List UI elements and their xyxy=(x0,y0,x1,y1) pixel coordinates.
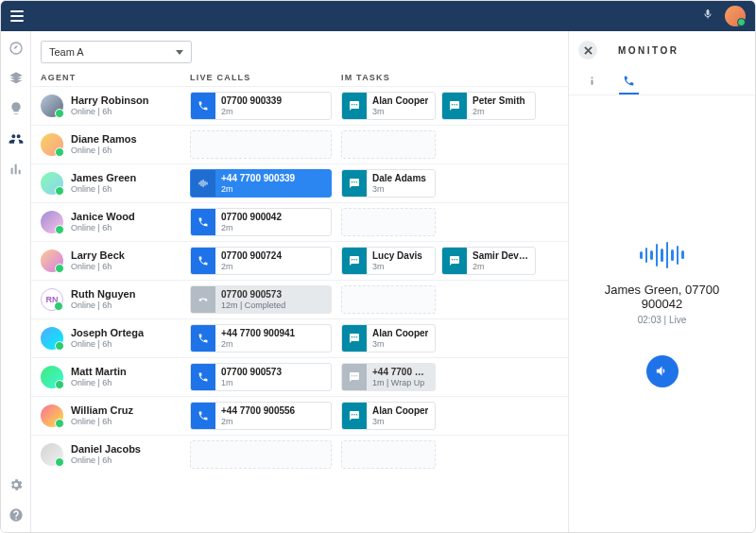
live-call-card[interactable]: 07700 9000422m xyxy=(190,208,332,236)
agent-cell[interactable]: RN Ruth Nguyen Online | 6h xyxy=(41,288,190,312)
im-duration: 3m xyxy=(372,339,428,349)
im-task-card[interactable]: Peter Smith2m xyxy=(441,92,536,120)
empty-im-slot xyxy=(341,208,436,236)
chat-icon xyxy=(342,403,367,429)
im-task-card[interactable]: Alan Cooper3m xyxy=(341,92,436,120)
header-agent: AGENT xyxy=(41,73,190,82)
agent-avatar xyxy=(41,443,63,466)
chat-icon xyxy=(342,93,367,119)
svg-rect-6 xyxy=(591,79,593,84)
empty-im-slot xyxy=(341,285,436,314)
monitor-status: 02:03 | Live xyxy=(638,315,687,325)
agent-cell[interactable]: Diane Ramos Online | 6h xyxy=(41,133,190,157)
agent-status: Online | 6h xyxy=(71,301,135,311)
svg-point-5 xyxy=(591,77,593,78)
agent-status: Online | 6h xyxy=(71,184,136,195)
agent-avatar xyxy=(41,133,63,156)
main: Team A AGENT LIVE CALLS IM TASKS Harry R… xyxy=(31,31,568,532)
people-icon[interactable] xyxy=(9,131,24,146)
agent-status: Online | 6h xyxy=(71,339,144,350)
agent-cell[interactable]: James Green Online | 6h xyxy=(41,172,190,196)
agent-name: Daniel Jacobs xyxy=(71,443,141,456)
empty-im-slot xyxy=(341,440,436,469)
im-task-card[interactable]: Alan Cooper3m xyxy=(341,324,436,352)
agent-cell[interactable]: Janice Wood Online | 6h xyxy=(41,211,190,234)
agent-cell[interactable]: Joseph Ortega Online | 6h xyxy=(41,327,190,351)
help-icon[interactable] xyxy=(9,507,24,523)
menu-icon[interactable] xyxy=(10,10,24,22)
speaker-button[interactable] xyxy=(646,355,679,387)
im-task-card[interactable]: Dale Adams3m xyxy=(341,169,436,198)
live-call-card[interactable]: +44 7700 9005562m xyxy=(190,402,332,430)
agent-cell[interactable]: Daniel Jacobs Online | 6h xyxy=(41,443,190,467)
tab-info[interactable] xyxy=(582,69,602,95)
agent-row: RN Ruth Nguyen Online | 6h 07700 9005731… xyxy=(31,280,568,318)
agent-cell[interactable]: Larry Beck Online | 6h xyxy=(41,249,190,273)
agent-cell[interactable]: Harry Robinson Online | 6h xyxy=(41,95,190,118)
chart-icon[interactable] xyxy=(9,162,24,177)
waveform-icon xyxy=(640,241,684,269)
user-avatar[interactable] xyxy=(725,6,746,26)
tab-call[interactable] xyxy=(619,69,639,95)
panel-title: MONITOR xyxy=(618,45,679,56)
agent-status: Online | 6h xyxy=(71,456,141,466)
chat-icon xyxy=(442,93,467,119)
phone-icon xyxy=(191,170,215,197)
agent-avatar xyxy=(41,95,63,117)
live-call-card[interactable]: 07700 9005731m xyxy=(190,363,332,391)
agent-row: Daniel Jacobs Online | 6h xyxy=(31,435,568,473)
agent-name: William Cruz xyxy=(71,404,133,418)
im-task-card[interactable]: Lucy Davis3m xyxy=(341,247,436,275)
agent-cell[interactable]: Matt Martin Online | 6h xyxy=(41,366,190,389)
header-live: LIVE CALLS xyxy=(190,73,341,82)
phone-icon xyxy=(191,325,215,352)
panel-tabs xyxy=(569,69,755,95)
im-task-card[interactable]: Samir Devchenka2m xyxy=(441,247,536,275)
live-call-card[interactable]: +44 7700 9009412m xyxy=(190,324,332,352)
im-task-card[interactable]: Alan Cooper3m xyxy=(341,402,436,430)
agent-status: Online | 6h xyxy=(71,146,137,156)
agent-avatar: RN xyxy=(41,288,63,311)
call-number: 07700 900573 xyxy=(221,367,282,378)
microphone-icon[interactable] xyxy=(702,8,713,25)
live-call-card[interactable]: 07700 9003392m xyxy=(190,92,332,120)
live-call-card[interactable]: 07700 9007242m xyxy=(190,247,332,275)
im-duration: 3m xyxy=(372,262,422,271)
agent-cell[interactable]: William Cruz Online | 6h xyxy=(41,404,190,428)
im-task-card[interactable]: +44 7700 9007241m | Wrap Up xyxy=(341,363,436,391)
call-number: 07700 900042 xyxy=(221,212,282,223)
call-number: +44 7700 900941 xyxy=(221,328,295,339)
empty-live-slot xyxy=(190,130,332,159)
agent-name: Ruth Nguyen xyxy=(71,288,135,301)
agent-name: Larry Beck xyxy=(71,249,125,263)
live-call-card[interactable]: +44 7700 9003392m xyxy=(190,169,332,198)
agent-name: James Green xyxy=(71,172,136,185)
agent-row: Larry Beck Online | 6h 07700 9007242m Lu… xyxy=(31,241,568,280)
call-duration: 12m | Completed xyxy=(221,301,285,310)
call-number: 07700 900724 xyxy=(221,250,282,262)
agent-status: Online | 6h xyxy=(71,223,135,233)
svg-rect-3 xyxy=(205,181,206,186)
compass-icon[interactable] xyxy=(9,41,24,56)
chat-icon xyxy=(342,170,367,197)
bulb-icon[interactable] xyxy=(9,101,24,116)
agent-row: William Cruz Online | 6h +44 7700 900556… xyxy=(31,396,568,435)
close-icon[interactable] xyxy=(578,41,597,60)
agent-name: Joseph Ortega xyxy=(71,327,144,340)
agent-status: Online | 6h xyxy=(71,262,125,272)
im-contact: Alan Cooper xyxy=(372,405,428,417)
im-contact: Samir Devchenka xyxy=(472,250,529,262)
gear-icon[interactable] xyxy=(9,477,24,492)
im-duration: 2m xyxy=(472,262,529,271)
im-contact: Dale Adams xyxy=(372,173,426,184)
agent-status: Online | 6h xyxy=(71,417,133,427)
im-duration: 1m | Wrap Up xyxy=(372,378,429,387)
call-duration: 1m xyxy=(221,378,282,387)
header-im: IM TASKS xyxy=(341,73,558,82)
live-call-card[interactable]: 07700 90057312m | Completed xyxy=(190,285,332,314)
phone-icon xyxy=(191,403,215,429)
stack-icon[interactable] xyxy=(9,71,24,86)
agent-name: Harry Robinson xyxy=(71,95,149,108)
svg-rect-0 xyxy=(199,182,200,185)
team-select[interactable]: Team A xyxy=(41,41,192,63)
